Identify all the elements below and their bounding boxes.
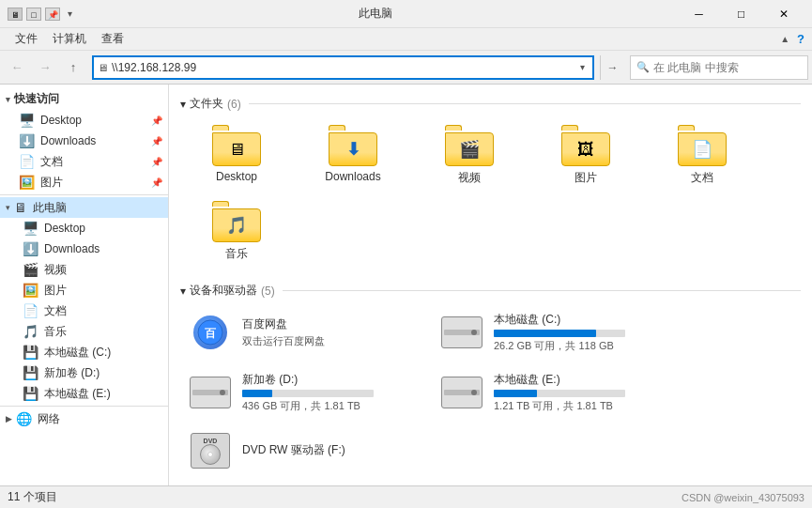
item-count: 11 个项目 (8, 489, 57, 505)
downloads-folder-icon: ⬇ (329, 125, 377, 166)
hdd-dot-e (471, 390, 477, 395)
search-input[interactable] (653, 61, 802, 74)
sidebar-item-pictures-pc[interactable]: 🖼️ 图片 (0, 280, 168, 300)
baidu-drive-icon-area: 百 (188, 314, 233, 351)
folder-downloads[interactable]: ⬇ Downloads (297, 119, 409, 192)
hdd-icon-e (441, 377, 483, 408)
ddrive-icon-area (188, 374, 233, 411)
drive-baidu[interactable]: 百 百度网盘 双击运行百度网盘 (180, 306, 424, 359)
sidebar-label: 图片 (44, 283, 67, 299)
sidebar-item-desktop-pc[interactable]: 🖥️ Desktop (0, 218, 168, 239)
watermark: CSDN @weixin_43075093 (682, 492, 804, 503)
video-folder-label: 视频 (458, 170, 481, 186)
sidebar-item-network[interactable]: ▶ 🌐 网络 (0, 408, 168, 429)
edrive-info: 本地磁盘 (E:) 1.21 TB 可用，共 1.81 TB (494, 372, 668, 413)
quick-access-header[interactable]: ▾ 快速访问 (0, 88, 168, 110)
documents-folder-label: 文档 (691, 170, 713, 186)
cdrive-info: 本地磁盘 (C:) 26.2 GB 可用，共 118 GB (494, 312, 668, 353)
cdrive-bar-container (494, 330, 625, 337)
edrive-caption: 1.21 TB 可用，共 1.81 TB (494, 399, 668, 413)
folder-video[interactable]: 🎬 视频 (413, 119, 526, 192)
sidebar-item-cdrive[interactable]: 💾 本地磁盘 (C:) (0, 342, 168, 362)
ddrive-icon: 💾 (23, 365, 38, 380)
folders-section-header[interactable]: ▾ 文件夹 (6) (180, 96, 801, 112)
dvd-drive-info: DVD RW 驱动器 (F:) (242, 442, 417, 460)
window-title: 此电脑 (72, 6, 678, 22)
network-chevron: ▶ (6, 414, 12, 423)
sidebar-label: 音乐 (44, 324, 67, 340)
quick-access-label: 快速访问 (14, 91, 59, 107)
folder-desktop[interactable]: 🖥 Desktop (180, 119, 293, 192)
address-go-button[interactable]: → (600, 55, 624, 80)
sidebar-item-desktop-quick[interactable]: 🖥️ Desktop 📌 (0, 110, 168, 131)
desktop-folder-icon: 🖥 (212, 125, 261, 166)
back-button[interactable]: ← (4, 54, 30, 81)
sidebar-label: 文档 (44, 303, 67, 319)
devices-section-header[interactable]: ▾ 设备和驱动器 (5) (180, 283, 801, 299)
up-button[interactable]: ↑ (60, 54, 86, 81)
documents-pc-icon: 📄 (23, 303, 38, 318)
sidebar-item-video-pc[interactable]: 🎬 视频 (0, 259, 168, 280)
baidu-drive-info: 百度网盘 双击运行百度网盘 (242, 316, 417, 348)
baidu-drive-subtitle: 双击运行百度网盘 (242, 334, 417, 348)
minimize-button[interactable]: ─ (678, 0, 720, 28)
drives-grid: 百 百度网盘 双击运行百度网盘 (180, 306, 801, 475)
sidebar: ▾ 快速访问 🖥️ Desktop 📌 ⬇️ Downloads 📌 📄 文档 … (0, 85, 169, 485)
documents-icon: 📄 (19, 154, 35, 169)
sidebar-label: 本地磁盘 (E:) (44, 386, 111, 402)
title-bar: 🖥 □ 📌 ▾ 此电脑 ─ □ ✕ (0, 0, 812, 28)
dvd-disc (200, 444, 221, 465)
dvd-icon: DVD (191, 433, 230, 469)
sidebar-item-downloads-pc[interactable]: ⬇️ Downloads (0, 239, 168, 259)
folder-music[interactable]: 🎵 音乐 (180, 195, 293, 268)
menu-file[interactable]: 文件 (8, 29, 45, 49)
drive-e[interactable]: 本地磁盘 (E:) 1.21 TB 可用，共 1.81 TB (432, 366, 676, 419)
menu-computer[interactable]: 计算机 (45, 29, 94, 49)
sidebar-label: Downloads (44, 242, 100, 255)
drive-c[interactable]: 本地磁盘 (C:) 26.2 GB 可用，共 118 GB (432, 306, 676, 359)
main-container: ▾ 快速访问 🖥️ Desktop 📌 ⬇️ Downloads 📌 📄 文档 … (0, 85, 812, 485)
pictures-folder-label: 图片 (575, 170, 597, 186)
close-button[interactable]: ✕ (762, 0, 804, 28)
collapse-ribbon-icon[interactable]: ▲ (780, 34, 789, 44)
video-folder-icon: 🎬 (445, 125, 494, 166)
content-area: ▾ 文件夹 (6) 🖥 Desktop (169, 85, 812, 485)
documents-folder-overlay: 📄 (692, 139, 712, 160)
pictures-pc-icon: 🖼️ (23, 283, 38, 298)
sidebar-separator-2 (0, 406, 168, 407)
folder-pictures[interactable]: 🖼 图片 (529, 119, 642, 192)
sidebar-item-documents-pc[interactable]: 📄 文档 (0, 300, 168, 321)
this-pc-chevron: ▾ (6, 203, 10, 212)
drive-d[interactable]: 新加卷 (D:) 436 GB 可用，共 1.81 TB (180, 366, 424, 419)
svg-text:百: 百 (205, 327, 217, 340)
forward-button[interactable]: → (32, 54, 58, 81)
desktop-folder-label: Desktop (216, 170, 257, 183)
cdrive-icon-area (439, 314, 484, 351)
sidebar-item-downloads-quick[interactable]: ⬇️ Downloads 📌 (0, 131, 168, 151)
folder-documents[interactable]: 📄 文档 (646, 119, 758, 192)
devices-divider (283, 290, 801, 291)
drive-dvd[interactable]: DVD DVD RW 驱动器 (F:) (180, 426, 424, 475)
status-bar: 11 个项目 CSDN @weixin_43075093 (0, 485, 812, 508)
sidebar-item-documents-quick[interactable]: 📄 文档 📌 (0, 151, 168, 172)
address-bar-input[interactable] (112, 61, 576, 74)
hdd-icon-c (441, 316, 483, 348)
sidebar-item-pictures-quick[interactable]: 🖼️ 图片 📌 (0, 172, 168, 192)
quick-access-chevron: ▾ (6, 95, 10, 104)
sidebar-item-ddrive[interactable]: 💾 新加卷 (D:) (0, 362, 168, 383)
edrive-name: 本地磁盘 (E:) (494, 372, 668, 388)
maximize-button[interactable]: □ (720, 0, 762, 28)
help-icon[interactable]: ? (797, 32, 804, 46)
folders-divider (249, 103, 801, 104)
menu-view[interactable]: 查看 (94, 29, 131, 49)
sidebar-item-edrive[interactable]: 💾 本地磁盘 (E:) (0, 383, 168, 404)
sidebar-label: Desktop (40, 114, 82, 127)
address-dropdown-icon[interactable]: ▾ (576, 62, 589, 72)
cdrive-icon (441, 316, 483, 348)
edrive-icon: 💾 (23, 386, 38, 401)
sidebar-item-music-pc[interactable]: 🎵 音乐 (0, 321, 168, 342)
desktop-pc-icon: 🖥️ (23, 221, 38, 236)
sidebar-item-this-pc[interactable]: ▾ 🖥 此电脑 (0, 197, 168, 218)
toolbar: ← → ↑ 🖥 ▾ → 🔍 (0, 51, 812, 85)
desktop-icon: 🖥️ (19, 113, 35, 128)
